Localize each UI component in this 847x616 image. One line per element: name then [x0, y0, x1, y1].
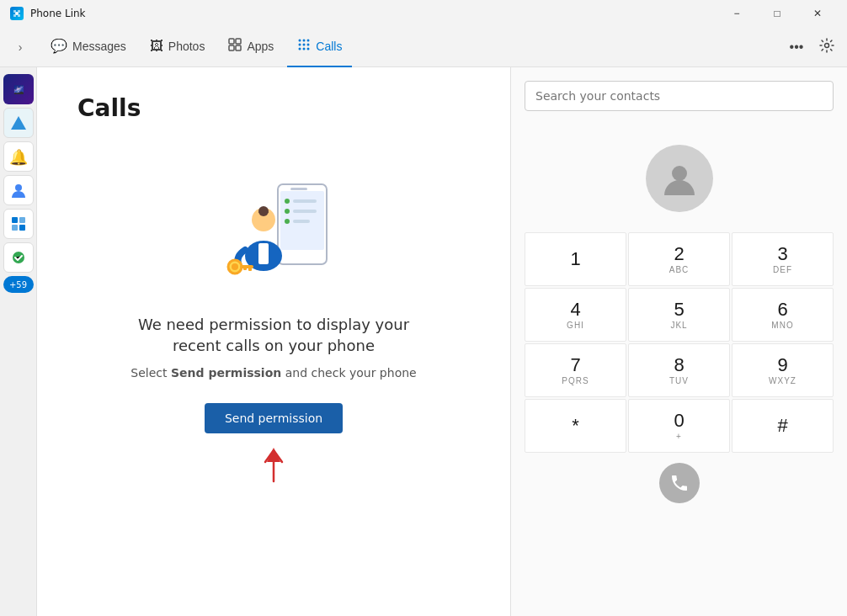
- svg-point-9: [303, 43, 306, 45]
- right-panel: 12ABC3DEF4GHI5JKL6MNO7PQRS8TUV9WXYZ*0+#: [510, 67, 847, 616]
- back-icon: ›: [19, 40, 23, 54]
- search-input[interactable]: [525, 81, 834, 111]
- app-icon: [10, 7, 24, 20]
- tab-messages[interactable]: 💬 Messages: [40, 27, 136, 67]
- svg-point-12: [303, 47, 306, 50]
- dialpad: 12ABC3DEF4GHI5JKL6MNO7PQRS8TUV9WXYZ*0+#: [525, 232, 834, 453]
- titlebar-left: Phone Link: [10, 7, 86, 20]
- tab-calls[interactable]: Calls: [287, 27, 352, 67]
- permission-illustration: [206, 159, 341, 294]
- svg-marker-41: [267, 448, 280, 462]
- more-icon: •••: [790, 40, 804, 55]
- dial-key-3[interactable]: 3DEF: [732, 232, 834, 286]
- tab-calls-label: Calls: [316, 40, 342, 53]
- avatar: [646, 145, 713, 212]
- photos-icon: 🖼: [150, 39, 163, 54]
- dial-key-5[interactable]: 5JKL: [628, 288, 730, 342]
- svg-rect-1: [229, 39, 234, 44]
- svg-point-33: [258, 206, 269, 216]
- svg-point-14: [825, 43, 829, 47]
- avatar-area: [525, 125, 834, 226]
- content-area: Calls: [37, 67, 510, 616]
- svg-rect-18: [19, 217, 25, 223]
- page-title: Calls: [77, 94, 470, 122]
- back-button[interactable]: ›: [7, 34, 34, 61]
- close-button[interactable]: ✕: [798, 0, 837, 27]
- calls-icon: [297, 38, 311, 55]
- more-button[interactable]: •••: [783, 34, 810, 61]
- dial-key-8[interactable]: 8TUV: [628, 343, 730, 397]
- svg-rect-17: [12, 217, 18, 223]
- sidebar-item-6[interactable]: [3, 242, 34, 273]
- search-wrapper: [525, 81, 834, 111]
- arrow-container: [257, 443, 290, 486]
- sidebar-item-2[interactable]: [3, 108, 34, 138]
- dial-key-0[interactable]: 0+: [628, 399, 730, 453]
- svg-point-42: [672, 166, 687, 181]
- permission-sub-text: Select Send permission and check your ph…: [131, 366, 416, 380]
- call-button[interactable]: [659, 463, 700, 503]
- nav-tabs: 💬 Messages 🖼 Photos Apps: [40, 27, 783, 67]
- dial-key-*[interactable]: *: [525, 399, 626, 453]
- svg-rect-39: [248, 265, 252, 271]
- tab-photos-label: Photos: [168, 40, 205, 53]
- messages-icon: 💬: [51, 38, 67, 54]
- maximize-button[interactable]: □: [758, 0, 796, 27]
- svg-marker-15: [11, 116, 26, 130]
- svg-point-26: [285, 209, 290, 214]
- svg-point-8: [299, 43, 301, 45]
- tab-messages-label: Messages: [72, 40, 126, 53]
- svg-rect-19: [12, 225, 18, 231]
- dial-key-2[interactable]: 2ABC: [628, 232, 730, 286]
- apps-icon: [228, 38, 242, 55]
- titlebar-controls: − □ ✕: [717, 0, 837, 27]
- svg-rect-20: [19, 225, 25, 231]
- svg-point-13: [307, 47, 310, 50]
- dial-key-#[interactable]: #: [732, 399, 834, 453]
- tab-apps-label: Apps: [247, 40, 274, 53]
- svg-point-24: [285, 199, 290, 204]
- settings-icon: [819, 38, 834, 56]
- permission-main-text: We need permission to display your recen…: [122, 314, 425, 356]
- navbar: › 💬 Messages 🖼 Photos Apps: [0, 27, 847, 67]
- svg-point-6: [303, 39, 306, 41]
- svg-point-7: [307, 39, 310, 41]
- dial-key-9[interactable]: 9WXYZ: [732, 343, 834, 397]
- dial-key-7[interactable]: 7PQRS: [525, 343, 626, 397]
- sidebar-badge[interactable]: +59: [3, 276, 34, 293]
- svg-rect-25: [293, 199, 317, 203]
- svg-rect-4: [236, 45, 241, 50]
- send-permission-button[interactable]: Send permission: [205, 403, 343, 433]
- tab-photos[interactable]: 🖼 Photos: [140, 27, 216, 67]
- svg-rect-2: [236, 39, 241, 44]
- dial-key-4[interactable]: 4GHI: [525, 288, 626, 342]
- permission-section: We need permission to display your recen…: [77, 142, 470, 589]
- svg-point-11: [299, 47, 301, 50]
- arrow-icon: [257, 443, 290, 486]
- svg-point-5: [299, 39, 301, 41]
- svg-rect-29: [293, 220, 310, 223]
- svg-rect-35: [258, 243, 269, 264]
- svg-point-10: [307, 43, 310, 45]
- svg-rect-3: [229, 45, 234, 50]
- titlebar: Phone Link − □ ✕: [0, 0, 847, 27]
- svg-point-37: [232, 263, 238, 270]
- dial-key-1[interactable]: 1: [525, 232, 626, 286]
- svg-rect-40: [243, 265, 247, 270]
- sidebar-item-1[interactable]: 🌌: [3, 74, 34, 104]
- sidebar: 🌌 🔔 +59: [0, 67, 37, 616]
- svg-rect-27: [293, 210, 317, 213]
- call-btn-area: [525, 453, 834, 507]
- minimize-button[interactable]: −: [717, 0, 756, 27]
- sidebar-item-5[interactable]: [3, 209, 34, 239]
- main-area: 🌌 🔔 +59 Calls: [0, 67, 847, 616]
- nav-right: •••: [783, 34, 840, 61]
- tab-apps[interactable]: Apps: [218, 27, 284, 67]
- sidebar-item-4[interactable]: [3, 175, 34, 205]
- titlebar-title: Phone Link: [30, 8, 86, 19]
- settings-button[interactable]: [813, 34, 840, 61]
- svg-point-16: [15, 184, 22, 191]
- svg-rect-30: [290, 188, 307, 190]
- dial-key-6[interactable]: 6MNO: [732, 288, 834, 342]
- sidebar-item-3[interactable]: 🔔: [3, 141, 34, 172]
